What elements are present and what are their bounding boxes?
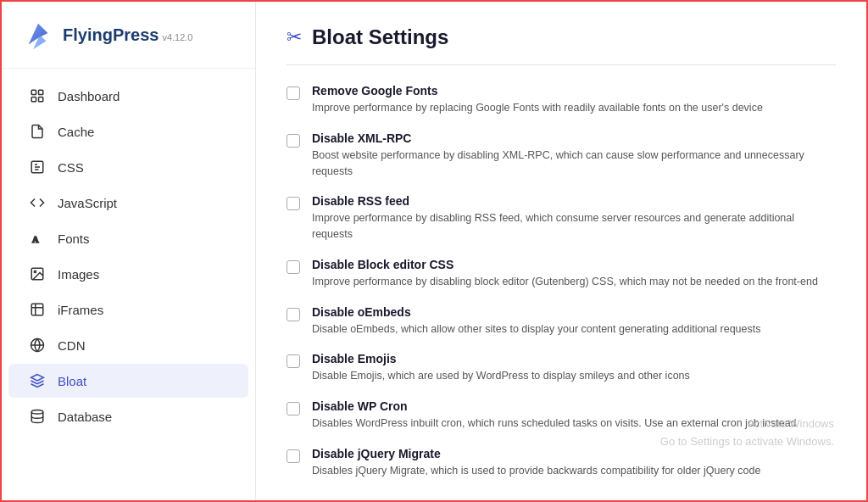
setting-desc-disable-oembeds: Disable oEmbeds, which allow other sites… bbox=[312, 321, 836, 337]
css-icon bbox=[29, 159, 46, 176]
sidebar-item-database-label: Database bbox=[58, 410, 112, 424]
setting-item-disable-emojis: Disable EmojisDisable Emojis, which are … bbox=[287, 352, 836, 384]
checkbox-disable-rss-feed[interactable] bbox=[287, 197, 300, 210]
setting-text-disable-jquery-migrate: Disable jQuery MigrateDisables jQuery Mi… bbox=[312, 447, 836, 479]
setting-item-disable-jquery-migrate: Disable jQuery MigrateDisables jQuery Mi… bbox=[287, 447, 836, 479]
sidebar-item-iframes[interactable]: iFrames bbox=[8, 293, 248, 326]
setting-item-disable-oembeds: Disable oEmbedsDisable oEmbeds, which al… bbox=[287, 305, 836, 337]
sidebar-item-cache[interactable]: Cache bbox=[8, 114, 248, 148]
setting-title-disable-rss-feed: Disable RSS feed bbox=[312, 194, 836, 208]
bloat-icon bbox=[29, 372, 46, 389]
javascript-icon bbox=[29, 194, 46, 211]
setting-text-disable-rss-feed: Disable RSS feedImprove performance by d… bbox=[312, 194, 836, 243]
logo-text-group: FlyingPressv4.12.0 bbox=[63, 25, 192, 45]
sidebar-item-images-label: Images bbox=[58, 267, 99, 282]
flyingpress-logo-icon bbox=[22, 19, 54, 51]
svg-rect-3 bbox=[39, 98, 43, 102]
sidebar-item-bloat[interactable]: Bloat bbox=[8, 364, 248, 398]
sidebar-item-dashboard[interactable]: Dashboard bbox=[8, 79, 248, 113]
sidebar-item-fonts-label: Fonts bbox=[58, 231, 90, 246]
setting-text-disable-block-editor-css: Disable Block editor CSSImprove performa… bbox=[312, 258, 836, 290]
sidebar-item-database[interactable]: Database bbox=[8, 399, 248, 433]
setting-title-disable-block-editor-css: Disable Block editor CSS bbox=[312, 258, 836, 271]
checkbox-disable-emojis[interactable] bbox=[287, 354, 300, 368]
setting-desc-disable-xml-rpc: Boost website performance by disabling X… bbox=[312, 148, 836, 180]
setting-item-disable-xml-rpc: Disable XML-RPCBoost website performance… bbox=[287, 131, 836, 180]
sidebar-item-cdn[interactable]: CDN bbox=[8, 328, 248, 362]
setting-title-disable-xml-rpc: Disable XML-RPC bbox=[312, 131, 836, 145]
settings-list: Remove Google FontsImprove performance b… bbox=[287, 84, 836, 479]
setting-item-disable-wp-cron: Disable WP CronDisables WordPress inbuil… bbox=[287, 399, 836, 432]
database-icon bbox=[29, 408, 46, 425]
svg-text:A: A bbox=[32, 235, 39, 244]
dashboard-icon bbox=[29, 87, 46, 104]
setting-title-remove-google-fonts: Remove Google Fonts bbox=[312, 84, 836, 98]
setting-title-disable-jquery-migrate: Disable jQuery Migrate bbox=[312, 447, 836, 460]
checkbox-disable-xml-rpc[interactable] bbox=[287, 134, 300, 148]
svg-point-7 bbox=[34, 271, 36, 272]
setting-desc-disable-wp-cron: Disables WordPress inbuilt cron, which r… bbox=[312, 416, 836, 432]
sidebar-item-cdn-label: CDN bbox=[58, 338, 86, 353]
checkbox-disable-wp-cron[interactable] bbox=[287, 402, 300, 416]
setting-text-disable-wp-cron: Disable WP CronDisables WordPress inbuil… bbox=[312, 399, 836, 432]
sidebar-item-css[interactable]: CSS bbox=[8, 150, 248, 184]
checkbox-disable-block-editor-css[interactable] bbox=[287, 260, 300, 274]
page-header: ✂ Bloat Settings bbox=[287, 25, 836, 49]
setting-title-disable-emojis: Disable Emojis bbox=[312, 352, 836, 365]
sidebar-item-cache-label: Cache bbox=[58, 125, 94, 139]
main-content: ✂ Bloat Settings Remove Google FontsImpr… bbox=[256, 2, 866, 500]
setting-desc-disable-block-editor-css: Improve performance by disabling block e… bbox=[312, 274, 836, 290]
setting-desc-remove-google-fonts: Improve performance by replacing Google … bbox=[312, 100, 836, 116]
images-icon bbox=[29, 265, 46, 282]
bloat-settings-icon: ✂ bbox=[287, 26, 302, 48]
svg-rect-2 bbox=[31, 98, 36, 102]
setting-item-disable-block-editor-css: Disable Block editor CSSImprove performa… bbox=[287, 258, 836, 290]
checkbox-remove-google-fonts[interactable] bbox=[287, 86, 300, 100]
logo-version: v4.12.0 bbox=[162, 32, 192, 42]
setting-desc-disable-jquery-migrate: Disables jQuery Migrate, which is used t… bbox=[312, 463, 836, 479]
sidebar-item-fonts[interactable]: A Fonts bbox=[8, 221, 248, 255]
svg-rect-8 bbox=[31, 304, 43, 315]
setting-title-disable-oembeds: Disable oEmbeds bbox=[312, 305, 836, 319]
svg-point-13 bbox=[31, 410, 43, 415]
svg-rect-1 bbox=[39, 90, 43, 94]
sidebar-item-javascript-label: JavaScript bbox=[58, 196, 117, 210]
header-divider bbox=[287, 64, 836, 65]
setting-desc-disable-emojis: Disable Emojis, which are used by WordPr… bbox=[312, 368, 836, 384]
setting-desc-disable-rss-feed: Improve performance by disabling RSS fee… bbox=[312, 210, 836, 243]
logo-text: FlyingPress bbox=[63, 25, 159, 44]
sidebar-item-javascript[interactable]: JavaScript bbox=[8, 186, 248, 220]
setting-item-disable-rss-feed: Disable RSS feedImprove performance by d… bbox=[287, 194, 836, 243]
setting-text-remove-google-fonts: Remove Google FontsImprove performance b… bbox=[312, 84, 836, 116]
sidebar-item-css-label: CSS bbox=[58, 160, 84, 175]
setting-item-remove-google-fonts: Remove Google FontsImprove performance b… bbox=[287, 84, 836, 116]
page-title: Bloat Settings bbox=[312, 25, 448, 49]
sidebar-logo: FlyingPressv4.12.0 bbox=[2, 2, 255, 69]
setting-text-disable-emojis: Disable EmojisDisable Emojis, which are … bbox=[312, 352, 836, 384]
checkbox-disable-jquery-migrate[interactable] bbox=[287, 449, 300, 463]
sidebar-navigation: Dashboard Cache CSS JavaScript A Fonts bbox=[2, 69, 255, 443]
cache-icon bbox=[29, 123, 46, 140]
sidebar: FlyingPressv4.12.0 Dashboard Cache CSS bbox=[2, 2, 256, 500]
sidebar-item-iframes-label: iFrames bbox=[58, 303, 103, 317]
setting-text-disable-oembeds: Disable oEmbedsDisable oEmbeds, which al… bbox=[312, 305, 836, 337]
checkbox-disable-oembeds[interactable] bbox=[287, 308, 300, 321]
cdn-icon bbox=[29, 337, 46, 354]
sidebar-item-images[interactable]: Images bbox=[8, 257, 248, 291]
setting-text-disable-xml-rpc: Disable XML-RPCBoost website performance… bbox=[312, 131, 836, 180]
fonts-icon: A bbox=[29, 230, 46, 247]
iframes-icon bbox=[29, 301, 46, 318]
sidebar-item-dashboard-label: Dashboard bbox=[58, 89, 120, 103]
svg-rect-0 bbox=[31, 90, 36, 94]
setting-title-disable-wp-cron: Disable WP Cron bbox=[312, 399, 836, 413]
sidebar-item-bloat-label: Bloat bbox=[58, 374, 86, 388]
